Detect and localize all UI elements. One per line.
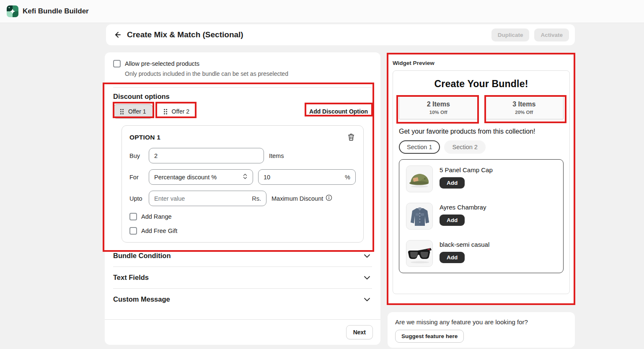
- preselect-checkbox-row: Allow pre-selected products: [113, 60, 372, 67]
- feature-feedback-card: Are we missing any feature you are looki…: [388, 312, 575, 348]
- widget-subtitle: Get your favorite products from this col…: [399, 128, 564, 135]
- chevron-down-icon: [364, 296, 370, 303]
- discount-type-value: Percentage discount %: [154, 174, 217, 181]
- product-row-shirt: Ayres Chambray Add: [406, 203, 556, 230]
- bundle-condition-title: Bundle Condition: [113, 252, 171, 260]
- add-product-button[interactable]: Add: [440, 177, 465, 189]
- option-1-header: OPTION 1: [129, 132, 356, 142]
- widget-preview-card: Create Your Bundle! 2 Items 10% Off 3 It…: [393, 70, 570, 294]
- add-free-gift-label: Add Free Gift: [141, 227, 177, 234]
- back-arrow-icon[interactable]: [112, 29, 124, 41]
- tile-3-items-discount: 20% Off: [487, 110, 562, 115]
- product-name: black-semi casual: [440, 241, 489, 248]
- product-image-sunglasses: [406, 240, 433, 267]
- max-discount-label: Maximum Discount: [272, 195, 323, 202]
- items-label: Items: [269, 153, 284, 159]
- add-free-gift-row: Add Free Gift: [129, 227, 356, 235]
- max-discount-input[interactable]: [154, 195, 248, 202]
- header-actions: Duplicate Activate: [491, 28, 569, 41]
- product-info: Ayres Chambray Add: [440, 203, 486, 226]
- product-image-shirt: [406, 203, 433, 230]
- product-name: 5 Panel Camp Cap: [440, 166, 493, 173]
- bundle-tiles-row: 2 Items 10% Off 3 Items 20% Off: [399, 96, 564, 119]
- custom-message-title: Custom Message: [113, 295, 170, 303]
- offer-tab-2[interactable]: Offer 2: [157, 104, 197, 119]
- drag-handle-icon[interactable]: [120, 109, 124, 115]
- buy-quantity-field: [149, 148, 264, 163]
- max-discount-field: Rs.: [149, 191, 266, 206]
- buy-quantity-input[interactable]: [154, 153, 259, 159]
- preselect-block: Allow pre-selected products Only product…: [105, 52, 380, 77]
- percent-suffix: %: [341, 174, 350, 181]
- product-info: black-semi casual Add: [440, 240, 489, 263]
- buy-row: Buy Items: [129, 148, 356, 163]
- tab-section-2[interactable]: Section 2: [444, 140, 485, 154]
- duplicate-button[interactable]: Duplicate: [491, 28, 530, 41]
- add-range-row: Add Range: [129, 213, 356, 220]
- offer-tab-1-label: Offer 1: [128, 108, 146, 115]
- feedback-question: Are we missing any feature you are looki…: [395, 318, 567, 326]
- preselect-checkbox[interactable]: [113, 60, 121, 67]
- product-row-sunglasses: black-semi casual Add: [406, 240, 556, 267]
- add-range-checkbox[interactable]: [129, 213, 137, 220]
- product-list: 5 Panel Camp Cap Add: [399, 159, 564, 273]
- add-range-label: Add Range: [141, 213, 172, 220]
- section-custom-message[interactable]: Custom Message: [105, 289, 380, 310]
- info-icon[interactable]: [326, 194, 332, 202]
- bundle-settings-card: Allow pre-selected products Only product…: [105, 52, 380, 345]
- discount-value-field: %: [258, 169, 356, 185]
- add-product-button[interactable]: Add: [440, 215, 465, 226]
- discount-options-heading: Discount options: [113, 93, 372, 101]
- widget-preview-panel: Widget Preview Create Your Bundle! 2 Ite…: [388, 53, 575, 305]
- product-name: Ayres Chambray: [440, 204, 486, 211]
- chevron-down-icon: [364, 274, 370, 282]
- preselect-helper-text: Only products included in the bundle can…: [125, 70, 372, 77]
- upto-row: Upto Rs. Maximum Discount: [129, 191, 356, 206]
- for-row: For Percentage discount % %: [129, 169, 356, 185]
- discount-type-select[interactable]: Percentage discount %: [149, 169, 253, 185]
- tab-section-1[interactable]: Section 1: [399, 140, 440, 154]
- tile-2-items-discount: 10% Off: [401, 110, 476, 115]
- option-1-card: OPTION 1 Buy Items For: [122, 125, 364, 243]
- product-image-cap: [406, 165, 433, 192]
- product-row-cap: 5 Panel Camp Cap Add: [406, 165, 556, 192]
- buy-label: Buy: [129, 153, 144, 159]
- preselect-label: Allow pre-selected products: [125, 60, 199, 67]
- section-text-fields[interactable]: Text Fields: [105, 267, 380, 288]
- collapsible-sections: Bundle Condition Text Fields Custom Mess…: [105, 245, 380, 310]
- activate-button[interactable]: Activate: [534, 28, 569, 41]
- widget-title: Create Your Bundle!: [398, 78, 564, 90]
- delete-option-button[interactable]: [347, 132, 356, 142]
- widget-preview-label: Widget Preview: [388, 53, 575, 70]
- page-title: Create Mix & Match (Sectional): [127, 30, 243, 39]
- option-1-title: OPTION 1: [129, 134, 160, 141]
- page-header: Create Mix & Match (Sectional) Duplicate…: [106, 24, 575, 45]
- offer-tab-1[interactable]: Offer 1: [113, 104, 153, 119]
- upto-label: Upto: [129, 195, 144, 202]
- section-bundle-condition[interactable]: Bundle Condition: [105, 245, 380, 266]
- add-discount-option-button[interactable]: Add Discount Option: [305, 106, 372, 117]
- discount-value-input[interactable]: [264, 174, 341, 181]
- text-fields-title: Text Fields: [113, 274, 149, 282]
- drag-handle-icon[interactable]: [163, 109, 168, 115]
- for-label: For: [129, 174, 144, 181]
- card-footer: Next: [105, 319, 380, 345]
- suggest-feature-button[interactable]: Suggest feature here: [395, 330, 464, 343]
- add-free-gift-checkbox[interactable]: [129, 227, 137, 235]
- app-logo-icon: [7, 5, 18, 17]
- tile-3-items-label: 3 Items: [487, 101, 562, 108]
- tile-3-items[interactable]: 3 Items 20% Off: [485, 96, 564, 119]
- tile-2-items-label: 2 Items: [401, 101, 476, 108]
- offer-tab-2-label: Offer 2: [172, 108, 190, 115]
- add-product-button[interactable]: Add: [440, 252, 465, 263]
- tile-2-items[interactable]: 2 Items 10% Off: [399, 96, 478, 119]
- top-bar: Kefi Bundle Builder: [0, 0, 644, 23]
- next-button[interactable]: Next: [346, 325, 373, 339]
- discount-options-block: Discount options Offer 1: [105, 88, 380, 243]
- offers-row: Offer 1 Offer 2 Add Discount Option: [113, 104, 372, 119]
- section-tabs-row: Section 1 Section 2: [399, 140, 564, 154]
- max-discount-label-row: Maximum Discount: [272, 194, 332, 202]
- product-info: 5 Panel Camp Cap Add: [440, 165, 493, 189]
- chevron-down-icon: [364, 252, 370, 260]
- select-updown-icon: [243, 173, 248, 182]
